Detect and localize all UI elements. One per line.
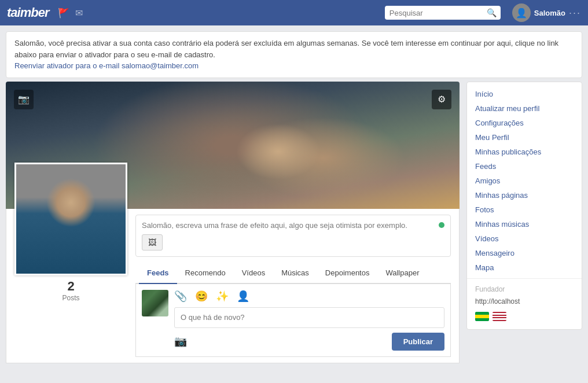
user-menu[interactable]: 👤 Salomão ··· [512, 3, 581, 22]
cover-settings-icon[interactable]: ⚙ [432, 90, 451, 109]
tab-wallpaper[interactable]: Wallpaper [377, 263, 427, 284]
flag-brazil[interactable] [475, 312, 489, 321]
sidebar-item-mapa[interactable]: Mapa [467, 260, 582, 275]
search-icon: 🔍 [487, 8, 497, 17]
sidebar-item-mensageiro[interactable]: Mensageiro [467, 246, 582, 260]
status-input-row: Salomão, escreva uma frase de efeito aqu… [142, 221, 444, 230]
status-image-button[interactable]: 🖼 [142, 234, 163, 251]
publish-button[interactable]: Publicar [392, 333, 444, 351]
founder-value: http://localhost [467, 296, 582, 308]
tab-feeds[interactable]: Feeds [139, 263, 177, 284]
founder-label: Fundador [467, 282, 582, 296]
alert-banner: Salomão, você precisa ativar a sua conta… [6, 31, 582, 78]
right-sidebar: Início Atualizar meu perfil Configuraçõe… [466, 82, 582, 363]
online-indicator [439, 222, 444, 228]
cover-camera-icon[interactable]: 📷 [14, 90, 34, 109]
emoji-icon[interactable]: 😊 [195, 290, 208, 303]
user-menu-dots[interactable]: ··· [569, 7, 581, 19]
post-input[interactable] [174, 307, 444, 328]
posts-label: Posts [14, 294, 127, 302]
sidebar-item-atualizar[interactable]: Atualizar meu perfil [467, 101, 582, 116]
app-logo: taimber [7, 5, 49, 20]
alert-message: Salomão, você precisa ativar a sua conta… [14, 38, 574, 60]
sidebar-item-videos[interactable]: Vídeos [467, 231, 582, 246]
status-box: Salomão, escreva uma frase de efeito aqu… [135, 215, 451, 257]
profile-right: Salomão, escreva uma frase de efeito aqu… [135, 215, 451, 357]
post-footer: 📷 Publicar [174, 333, 444, 351]
post-avatar [142, 290, 168, 316]
tab-musicas[interactable]: Músicas [273, 263, 317, 284]
sidebar-item-amigos[interactable]: Amigos [467, 174, 582, 188]
topnav: taimber 🚩 ✉ 🔍 👤 Salomão ··· [0, 0, 588, 25]
search-box: 🔍 [385, 6, 501, 20]
attach-icon[interactable]: 📎 [174, 290, 187, 303]
main-layout: 📷 ⚙ 2 Posts Salomão, escreva uma frase d… [6, 82, 582, 363]
avatar: 👤 [512, 3, 531, 22]
sidebar-item-musicas[interactable]: Minhas músicas [467, 217, 582, 231]
sidebar-item-feeds[interactable]: Feeds [467, 159, 582, 174]
tab-videos[interactable]: Vídeos [234, 263, 273, 284]
tab-recomendo[interactable]: Recomendo [177, 263, 234, 284]
sidebar-divider [467, 278, 582, 279]
sidebar-item-publicacoes[interactable]: Minhas publicações [467, 145, 582, 159]
magic-icon[interactable]: ✨ [216, 290, 229, 303]
profile-lower: 2 Posts Salomão, escreva uma frase de ef… [6, 209, 460, 363]
sidebar-nav: Início Atualizar meu perfil Configuraçõe… [466, 82, 582, 330]
post-content: 📎 😊 ✨ 👤 📷 Publicar [174, 290, 444, 351]
sidebar-item-fotos[interactable]: Fotos [467, 202, 582, 217]
sidebar-item-meu-perfil[interactable]: Meu Perfil [467, 130, 582, 145]
tab-depoimentos[interactable]: Depoimentos [317, 263, 378, 284]
avatar-image [16, 164, 126, 274]
sidebar-flags [467, 308, 582, 325]
post-camera-icon[interactable]: 📷 [174, 335, 187, 348]
profile-avatar-wrap: 2 Posts [14, 215, 127, 302]
post-box: 📎 😊 ✨ 👤 📷 Publicar [135, 284, 451, 357]
posts-count: 2 [14, 279, 127, 294]
user-name: Salomão [534, 9, 565, 17]
status-placeholder[interactable]: Salomão, escreva uma frase de efeito aqu… [142, 221, 434, 230]
post-box-inner: 📎 😊 ✨ 👤 📷 Publicar [142, 290, 444, 351]
sidebar-item-paginas[interactable]: Minhas páginas [467, 188, 582, 202]
add-friend-icon[interactable]: 👤 [237, 290, 249, 303]
profile-tabs: Feeds Recomendo Vídeos Músicas Depoiment… [135, 263, 451, 284]
profile-avatar [14, 163, 127, 275]
post-actions: 📎 😊 ✨ 👤 [174, 290, 444, 303]
post-avatar-image [142, 290, 168, 316]
profile-section: 📷 ⚙ 2 Posts Salomão, escreva uma frase d… [6, 82, 460, 363]
alert-link[interactable]: Reenviar ativador para o e-mail salomao@… [14, 61, 199, 70]
flag-usa[interactable] [493, 312, 506, 321]
mail-icon[interactable]: ✉ [75, 8, 83, 19]
sidebar-item-configuracoes[interactable]: Configurações [467, 116, 582, 130]
search-input[interactable] [389, 9, 487, 17]
flag-icon[interactable]: 🚩 [58, 8, 69, 19]
sidebar-item-inicio[interactable]: Início [467, 87, 582, 101]
